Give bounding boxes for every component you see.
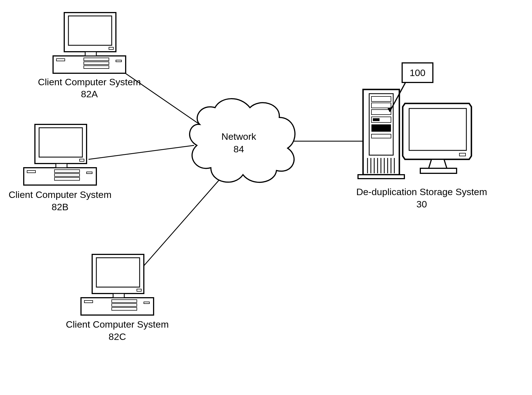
storage-server xyxy=(358,89,471,179)
network-cloud: Network 84 xyxy=(190,99,295,182)
client-a-label-1: Client Computer System xyxy=(38,77,141,87)
svg-rect-22 xyxy=(371,124,391,132)
server-label-2: 30 xyxy=(416,199,427,209)
diagram-canvas: Network 84 Client Computer Sys xyxy=(0,0,532,395)
svg-line-1 xyxy=(89,145,194,159)
svg-rect-33 xyxy=(409,108,466,150)
network-label-2: 84 xyxy=(233,144,244,154)
client-c xyxy=(81,254,154,315)
client-b-label-1: Client Computer System xyxy=(9,189,111,200)
svg-rect-35 xyxy=(420,168,457,173)
callout-100-text: 100 xyxy=(410,67,426,78)
client-a xyxy=(53,13,126,73)
client-c-label-1: Client Computer System xyxy=(66,319,169,330)
client-b xyxy=(24,124,96,185)
svg-rect-15 xyxy=(358,175,404,179)
network-label-1: Network xyxy=(221,131,257,142)
server-label-1: De-duplication Storage System xyxy=(356,186,487,197)
client-b-label-2: 82B xyxy=(52,202,69,212)
svg-rect-21 xyxy=(373,118,380,121)
client-a-label-2: 82A xyxy=(81,89,98,99)
client-c-label-2: 82C xyxy=(109,331,126,342)
